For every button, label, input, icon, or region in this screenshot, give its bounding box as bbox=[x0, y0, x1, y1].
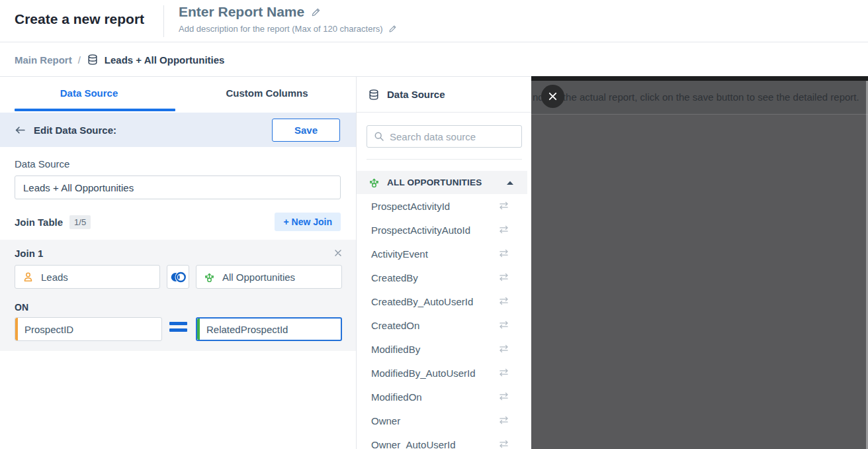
join-count-badge: 1/5 bbox=[69, 215, 91, 229]
orange-accent-bar bbox=[15, 318, 18, 340]
swap-arrows-icon[interactable] bbox=[498, 415, 510, 425]
swap-arrows-icon[interactable] bbox=[498, 272, 510, 282]
swap-arrows-icon[interactable] bbox=[498, 344, 510, 354]
field-row[interactable]: ModifiedBy_AutoUserId bbox=[357, 361, 527, 385]
left-table-label: Leads bbox=[41, 272, 68, 283]
section-all-opportunities[interactable]: ALL OPPORTUNITIES bbox=[357, 171, 527, 194]
field-label: ModifiedOn bbox=[371, 391, 422, 403]
panel-divider bbox=[367, 159, 522, 160]
field-row[interactable]: CreatedOn bbox=[357, 313, 527, 337]
overlay-close-button[interactable] bbox=[541, 85, 564, 108]
field-row[interactable]: Owner bbox=[357, 409, 527, 432]
section-title: ALL OPPORTUNITIES bbox=[387, 177, 499, 187]
breadcrumb-separator: / bbox=[78, 54, 81, 66]
right-join-field-selector[interactable]: RelatedProspectId bbox=[196, 317, 342, 341]
left-table-selector[interactable]: Leads bbox=[15, 265, 160, 289]
join-title: Join 1 bbox=[15, 248, 43, 259]
data-source-input[interactable] bbox=[15, 175, 341, 199]
breadcrumb: Main Report / Leads + All Opportunities bbox=[0, 43, 868, 77]
person-icon bbox=[22, 272, 34, 283]
field-label: ModifiedBy bbox=[371, 344, 420, 355]
preview-overlay: nd not the actual report, click on the s… bbox=[531, 76, 868, 449]
overlay-body bbox=[531, 115, 868, 449]
breadcrumb-main-report[interactable]: Main Report bbox=[15, 54, 72, 66]
join-condition-row: ProspectID RelatedProspectId bbox=[0, 317, 356, 341]
swap-arrows-icon[interactable] bbox=[498, 368, 510, 377]
field-row[interactable]: ModifiedBy bbox=[357, 337, 527, 361]
swap-arrows-icon[interactable] bbox=[498, 320, 510, 330]
join-tables-row: Leads All Opportuni bbox=[0, 265, 356, 289]
report-description-field[interactable]: Add description for the report (Max of 1… bbox=[179, 24, 383, 34]
swap-arrows-icon[interactable] bbox=[498, 201, 510, 211]
tab-custom-columns[interactable]: Custom Columns bbox=[178, 77, 356, 111]
data-source-panel-title: Data Source bbox=[387, 89, 445, 100]
swap-arrows-icon[interactable] bbox=[498, 439, 510, 449]
field-label: CreatedBy_AutoUserId bbox=[371, 296, 473, 307]
green-accent-bar bbox=[197, 319, 200, 340]
page-title: Create a new report bbox=[15, 11, 144, 27]
field-label: Owner_AutoUserId bbox=[371, 439, 456, 449]
edit-report-name-icon[interactable] bbox=[311, 7, 321, 17]
left-join-field-selector[interactable]: ProspectID bbox=[15, 317, 162, 341]
field-label: ActivityEvent bbox=[371, 248, 428, 260]
breadcrumb-current: Leads + All Opportunities bbox=[105, 54, 225, 66]
data-source-panel: Data Source ALL OPPORTUNITIES ProspectAc… bbox=[356, 77, 531, 449]
database-icon bbox=[87, 54, 99, 66]
field-row[interactable]: ModifiedOn bbox=[357, 385, 527, 409]
field-label: ModifiedBy_AutoUserId bbox=[371, 368, 476, 379]
close-icon bbox=[548, 91, 558, 101]
active-tab-indicator bbox=[15, 109, 175, 111]
field-label: ProspectActivityAutoId bbox=[371, 224, 470, 236]
left-join-icon bbox=[169, 270, 187, 284]
field-label: CreatedOn bbox=[371, 320, 419, 331]
swap-arrows-icon[interactable] bbox=[498, 296, 510, 306]
top-header: Create a new report Enter Report Name Ad… bbox=[0, 0, 868, 42]
field-row[interactable]: ProspectActivityId bbox=[357, 194, 527, 218]
field-label: CreatedBy bbox=[371, 272, 418, 283]
new-join-button[interactable]: + New Join bbox=[275, 213, 341, 231]
database-icon bbox=[368, 89, 380, 101]
join-table-label: Join Table bbox=[15, 217, 63, 228]
overlay-message-band: nd not the actual report, click on the s… bbox=[531, 81, 868, 114]
swap-arrows-icon[interactable] bbox=[498, 224, 510, 234]
swap-arrows-icon[interactable] bbox=[498, 391, 510, 401]
edit-data-source-title: Edit Data Source: bbox=[34, 125, 116, 136]
field-row[interactable]: CreatedBy bbox=[357, 266, 527, 289]
tab-bar: Data Source Custom Columns bbox=[0, 77, 356, 111]
search-box[interactable] bbox=[367, 125, 522, 148]
save-button[interactable]: Save bbox=[272, 119, 340, 142]
tab-data-source[interactable]: Data Source bbox=[0, 77, 178, 111]
overlay-message: nd not the actual report, click on the s… bbox=[533, 81, 859, 114]
search-icon bbox=[374, 131, 384, 142]
search-input[interactable] bbox=[390, 131, 521, 142]
field-row[interactable]: ActivityEvent bbox=[357, 242, 527, 266]
remove-join-icon[interactable] bbox=[334, 249, 342, 257]
join-type-selector[interactable] bbox=[167, 265, 189, 289]
right-table-selector[interactable]: All Opportunities bbox=[196, 265, 342, 289]
swap-arrows-icon[interactable] bbox=[498, 248, 510, 258]
field-row[interactable]: CreatedBy_AutoUserId bbox=[357, 289, 527, 313]
field-label: ProspectActivityId bbox=[371, 201, 450, 212]
left-join-field-value: ProspectID bbox=[24, 324, 73, 335]
left-panel: Data Source Custom Columns Edit Data Sou… bbox=[0, 77, 356, 449]
on-label: ON bbox=[15, 302, 28, 313]
data-source-label: Data Source bbox=[15, 158, 69, 170]
equals-operator bbox=[169, 322, 187, 335]
back-arrow-icon[interactable] bbox=[15, 125, 26, 136]
create-report-page: Create a new report Enter Report Name Ad… bbox=[0, 0, 868, 449]
right-join-field-value: RelatedProspectId bbox=[206, 324, 288, 335]
edit-description-icon[interactable] bbox=[388, 25, 397, 33]
field-list: ProspectActivityId ProspectActivityAutoI… bbox=[357, 194, 527, 449]
edit-data-source-bar: Edit Data Source: Save bbox=[0, 113, 356, 147]
field-row[interactable]: ProspectActivityAutoId bbox=[357, 218, 527, 242]
overlay-top-strip bbox=[531, 76, 868, 81]
field-label: Owner bbox=[371, 415, 400, 426]
report-name-field[interactable]: Enter Report Name bbox=[179, 4, 304, 20]
caret-up-icon[interactable] bbox=[506, 180, 514, 185]
right-table-label: All Opportunities bbox=[222, 272, 295, 283]
field-row[interactable]: Owner_AutoUserId bbox=[357, 432, 527, 449]
header-divider bbox=[163, 5, 164, 37]
branch-icon bbox=[204, 272, 215, 283]
join-table-row: Join Table 1/5 + New Join bbox=[15, 212, 341, 232]
join-card: Join 1 Leads bbox=[0, 240, 356, 351]
